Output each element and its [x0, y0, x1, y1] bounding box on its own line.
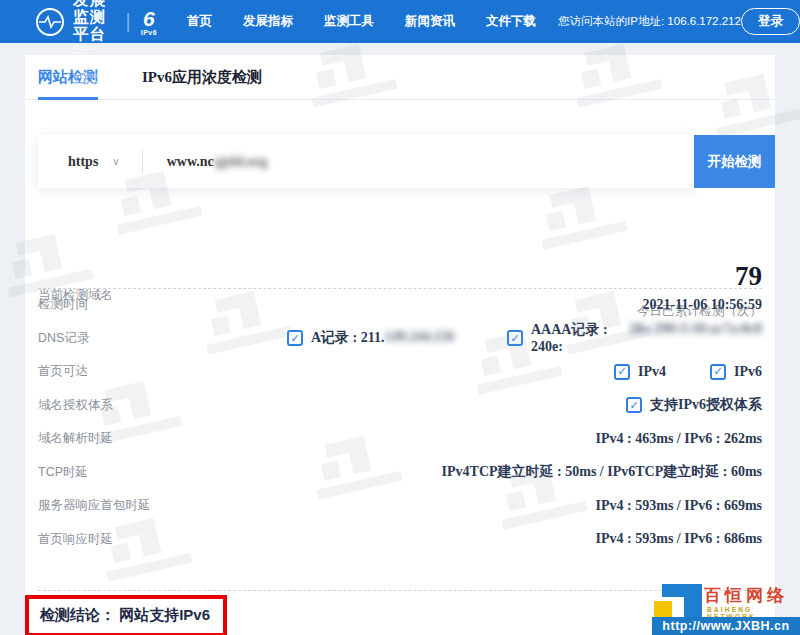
homepage-reachable-label: 首页可达: [38, 363, 88, 380]
row-tcp-latency: TCP时延 IPv4TCP建立时延 : 50ms / IPv6TCP建立时延 :…: [38, 456, 762, 490]
dns-aaaa-record-value: AAAA记录 : 240e:28c:290:3:18:ac7a:8c8: [531, 321, 762, 355]
ipv6-label: IPv6: [734, 364, 762, 380]
baiheng-url: http://www.JXBH.cn: [652, 617, 800, 635]
row-first-packet-latency: 服务器响应首包时延 IPv4 : 593ms / IPv6 : 669ms: [38, 489, 762, 523]
dns-aaaa-masked: 28c:290:3:18:ac7a:8c8: [629, 321, 762, 355]
pulse-wave-icon: [39, 15, 61, 29]
baiheng-corner-watermark: 百恒网络 BAIHENG NETWORK http://www.JXBH.cn: [652, 584, 800, 635]
nav-item-news[interactable]: 新闻资讯: [405, 13, 455, 30]
checkbox-checked-icon[interactable]: ✓: [710, 364, 726, 380]
url-input-box[interactable]: https ∨ www.ncqjsbl.org: [38, 135, 694, 188]
baiheng-logo-icon: [654, 584, 702, 618]
detection-details: 检测时间 2021-11-06 10:56:59 DNS记录 ✓ A记录 : 2…: [38, 288, 762, 556]
visitor-ip-text: 您访问本站的IP地址: 106.6.172.212: [558, 14, 741, 29]
nav-item-downloads[interactable]: 文件下载: [486, 13, 536, 30]
resolve-latency-value: IPv4 : 463ms / IPv6 : 262ms: [596, 431, 762, 447]
brand-title: 国家IPv6发展监测平台: [73, 0, 113, 42]
detection-time-label: 检测时间: [38, 296, 88, 313]
nav-item-development-index[interactable]: 发展指标: [243, 13, 293, 30]
url-input-value[interactable]: www.ncqjsbl.org: [167, 154, 267, 170]
dns-aaaa-record-group: ✓ AAAA记录 : 240e:28c:290:3:18:ac7a:8c8: [507, 321, 762, 355]
platform-logo-icon: [36, 8, 64, 36]
tcp-latency-label: TCP时延: [38, 464, 88, 481]
detection-time-value: 2021-11-06 10:56:59: [643, 297, 762, 313]
ipv6-reachable-group: ✓ IPv6: [710, 364, 762, 380]
protocol-select[interactable]: https: [68, 154, 98, 170]
dns-records-label: DNS记录: [38, 330, 89, 347]
tcp-latency-value: IPv4TCP建立时延 : 50ms / IPv6TCP建立时延 : 60ms: [442, 463, 762, 481]
homepage-reachable-values: ✓ IPv4 ✓ IPv6: [614, 364, 762, 380]
dns-a-record-group: ✓ A记录 : 211.149.244.156: [287, 329, 455, 347]
brand-divider: |: [125, 10, 130, 33]
login-button[interactable]: 登录: [741, 8, 800, 35]
ipv6-auth-group: ✓ 支持IPv6授权体系: [626, 396, 762, 414]
row-homepage-reachable: 首页可达 ✓ IPv4 ✓ IPv6: [38, 355, 762, 389]
checkbox-checked-icon[interactable]: ✓: [614, 364, 630, 380]
detection-conclusion-text: 检测结论： 网站支持IPv6: [40, 606, 210, 623]
dns-a-masked: 149.244.156: [385, 329, 455, 347]
domain-authorization-label: 域名授权体系: [38, 397, 113, 414]
nav-item-monitor-tools[interactable]: 监测工具: [324, 13, 374, 30]
domain-authorization-values: ✓ 支持IPv6授权体系: [626, 396, 762, 414]
url-prefix: www.nc: [167, 154, 214, 170]
homepage-response-latency-value: IPv4 : 593ms / IPv6 : 686ms: [596, 531, 762, 547]
search-row: https ∨ www.ncqjsbl.org 开始检测: [38, 135, 800, 188]
start-detection-button[interactable]: 开始检测: [694, 135, 775, 188]
checkbox-checked-icon[interactable]: ✓: [287, 330, 303, 346]
checkbox-checked-icon[interactable]: ✓: [626, 397, 642, 413]
ipv6-auth-value: 支持IPv6授权体系: [650, 396, 762, 414]
row-dns-records: DNS记录 ✓ A记录 : 211.149.244.156 ✓ AAAA记录 :…: [38, 322, 762, 356]
homepage-response-latency-label: 首页响应时延: [38, 531, 113, 548]
ipv6-six-glyph: 6: [141, 8, 157, 29]
resolve-latency-label: 域名解析时延: [38, 430, 113, 447]
ipv4-reachable-group: ✓ IPv4: [614, 364, 666, 380]
tab-ipv6-concentration[interactable]: IPv6应用浓度检测: [142, 55, 262, 99]
brand-block: 国家IPv6发展监测平台 National IPv6 Development a…: [73, 0, 113, 87]
row-resolve-latency: 域名解析时延 IPv4 : 463ms / IPv6 : 262ms: [38, 422, 762, 456]
checkbox-checked-icon[interactable]: ✓: [507, 330, 523, 346]
row-domain-authorization: 域名授权体系 ✓ 支持IPv6授权体系: [38, 389, 762, 423]
row-detection-time: 检测时间 2021-11-06 10:56:59: [38, 288, 762, 322]
url-masked-part: qjsbl.org: [214, 154, 267, 170]
ipv6-logo: 6 IPv6: [141, 8, 157, 36]
main-card: 网站检测 IPv6应用浓度检测 https ∨ www.ncqjsbl.org …: [25, 55, 775, 635]
ipv6-word: IPv6: [141, 29, 157, 36]
row-homepage-response-latency: 首页响应时延 IPv4 : 593ms / IPv6 : 686ms: [38, 523, 762, 557]
chevron-down-icon[interactable]: ∨: [112, 156, 119, 167]
first-packet-latency-value: IPv4 : 593ms / IPv6 : 669ms: [596, 498, 762, 514]
detection-conclusion-box: 检测结论： 网站支持IPv6: [25, 595, 227, 635]
tab-bar: 网站检测 IPv6应用浓度检测: [25, 55, 775, 100]
nav-item-home[interactable]: 首页: [187, 13, 212, 30]
baiheng-cn-name: 百恒网络: [704, 584, 788, 607]
top-header: 国家IPv6发展监测平台 National IPv6 Development a…: [0, 0, 800, 43]
ipv4-label: IPv4: [638, 364, 666, 380]
brand-subtitle: National IPv6 Development and Monitoring…: [73, 44, 113, 87]
first-packet-latency-label: 服务器响应首包时延: [38, 497, 151, 514]
main-nav: 首页 发展指标 监测工具 新闻资讯 文件下载: [187, 13, 536, 30]
dns-a-record-value: A记录 : 211.149.244.156: [311, 329, 455, 347]
input-divider: [142, 150, 143, 174]
